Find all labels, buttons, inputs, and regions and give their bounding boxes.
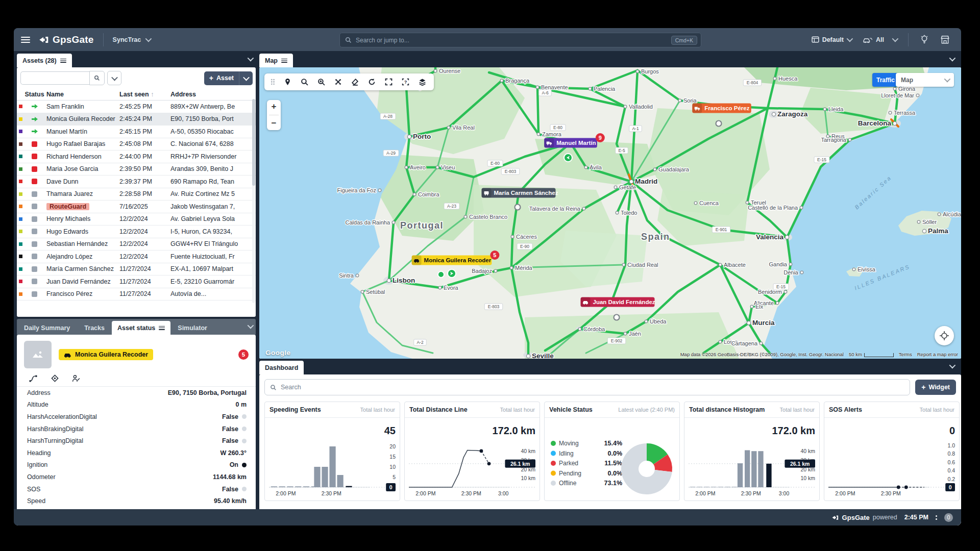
collapse-chevron-icon[interactable] [248,322,254,329]
assets-panel: + Asset Status Name Last seen ↑ Address … [17,67,256,317]
app-menu[interactable]: SyncTrac [113,36,141,43]
chevron-down-icon[interactable] [145,36,152,42]
terms-link[interactable]: Terms [899,352,912,357]
asset-row[interactable]: Francisco Pérez 11/27/2024 Autovía de... [17,288,256,301]
asset-search-options-button[interactable] [107,71,121,85]
grip-icon[interactable] [270,78,277,86]
tab-tracks[interactable]: Tracks [77,321,112,335]
tab-simulator[interactable]: Simulator [170,321,214,335]
asset-row[interactable]: Juan David Fernández 11/27/2024 E-5, 232… [17,276,256,288]
tab-asset-status[interactable]: Asset status [112,321,170,335]
global-search-input[interactable]: Search or jump to... Cmd+K [339,33,701,47]
menu-icon[interactable] [159,326,165,330]
asset-last-seen: 12/2/2024 [119,215,170,222]
map-zoom-out-button[interactable]: − [272,118,277,129]
svg-text:5: 5 [493,252,496,258]
report-map-error-link[interactable]: Report a map error [917,352,958,357]
widget-sos-alerts[interactable]: SOS AlertsTotal last hour01.00.80.60.40.… [824,402,960,501]
asset-row[interactable]: RouteGuard 7/16/2025 Jakob Westinsgatan … [17,201,256,213]
asset-name-badge[interactable]: Monica Guilera Recoder [59,349,153,360]
asset-row[interactable]: Maria Jose Garcia 2:39:50 PM Arandas 309… [17,163,256,176]
asset-row[interactable]: Henry Michaels 12/2/2024 Av. Gabriel Ley… [17,213,256,226]
map-attribution: Map data ©2026 GeoBasis-DE/BKG (©2009), … [680,352,844,357]
offline-icon [32,279,37,284]
asset-row[interactable]: Thamara Juarez 2:28:58 PM Av. Ruiz Corti… [17,188,256,201]
asset-row[interactable]: Monica Guilera Recoder 2:45:24 PM E90, 7… [17,113,256,126]
route-icon[interactable] [29,374,38,382]
svg-text:Castelló de la Plana: Castelló de la Plana [748,205,798,211]
hamburger-menu-icon[interactable] [21,37,30,43]
widget-total-distance-line[interactable]: Total Distance LineTotal last hour172.0 … [404,402,540,501]
asset-row[interactable]: María Carmen Sánchez 11/27/2024 EX-A1, 1… [17,263,256,276]
pan-icon[interactable] [334,78,342,86]
image-icon [32,349,44,360]
vehicle-filter-label: All [876,36,884,43]
map-zoom-in-button[interactable]: + [272,102,277,112]
tab-daily-summary[interactable]: Daily Summary [17,321,77,335]
pin-icon[interactable] [284,78,291,86]
asset-search-input[interactable] [20,71,89,85]
lightbulb-icon[interactable] [920,35,929,44]
gpsgate-logo-icon [831,514,839,521]
eraser-icon[interactable] [351,78,359,86]
geofence-icon[interactable] [51,374,59,382]
widget-vehicle-status[interactable]: Vehicle StatusLatest value (2:40 PM)Movi… [544,402,680,501]
asset-last-seen: 2:45:24 PM [119,115,170,122]
widget-subtitle: Total last hour [780,407,815,413]
asset-row[interactable]: Sam Franklin 2:45:25 PM 889X+2W Antwerp,… [17,101,256,113]
widget-speeding-events[interactable]: Speeding EventsTotal last hour4520151050… [264,402,400,501]
asset-row[interactable]: Alejandro López 12/2/2024 Fuente Huiztoc… [17,251,256,263]
fullscreen-icon[interactable] [385,78,393,86]
sort-asc-icon[interactable]: ↑ [151,91,154,98]
alert-count-badge[interactable]: 5 [238,349,249,360]
asset-address: A-50, 05350 Riocabac [170,128,256,135]
widget-search-input[interactable]: Search [281,384,301,391]
menu-icon[interactable] [281,59,287,63]
col-address[interactable]: Address [170,91,256,98]
collapse-chevron-icon[interactable] [248,55,254,62]
collapse-chevron-icon[interactable] [949,55,956,62]
asset-row[interactable]: Sebastian Hernández 12/2/2024 GGW4+RV El… [17,238,256,251]
widget-total-distance-histogram[interactable]: Total distance HistogramTotal last hour1… [684,402,820,501]
tab-dashboard[interactable]: Dashboard [259,361,304,374]
undo-icon[interactable] [368,78,376,86]
asset-row[interactable]: Dave Dunn 2:39:37 PM 690 Ramapo Rd, Tean [17,176,256,188]
asset-tag-color [19,242,22,246]
stopped-icon [32,154,37,159]
col-last-seen[interactable]: Last seen ↑ [119,91,170,98]
asset-row[interactable]: Manuel Martín 2:45:15 PM A-50, 05350 Rio… [17,126,256,138]
menu-icon[interactable] [60,59,66,63]
col-name[interactable]: Name [46,91,119,98]
driver-edit-icon[interactable] [72,374,80,382]
drag-dots-icon[interactable] [936,515,937,520]
recenter-button[interactable] [935,326,954,345]
zoom-in-icon[interactable] [317,78,325,86]
notification-count-badge[interactable]: 0 [944,513,953,522]
vehicle-filter-selector[interactable]: All [863,36,897,43]
collapse-chevron-icon[interactable] [949,362,956,369]
add-asset-dropdown-button[interactable] [239,71,253,85]
search-icon[interactable] [301,78,308,86]
workspace-selector[interactable]: Default [812,36,851,43]
marketplace-icon[interactable] [940,35,950,44]
map-canvas[interactable]: A-28A-29A-6A-1E-804E-80E-80E-803A-23E-5E… [259,67,961,359]
scrollbar[interactable] [252,99,255,303]
layers-icon[interactable] [419,78,426,86]
asset-photo-placeholder[interactable] [24,341,52,368]
road-shield: E-80 [550,124,566,131]
tab-map[interactable]: Map [259,54,293,67]
asset-row[interactable]: Richard Henderson 2:44:00 PM RRHJ+7P Riv… [17,151,256,163]
col-status[interactable]: Status [22,91,46,98]
tab-assets[interactable]: Assets (28) [17,54,72,67]
map-toolbar: ? [264,73,434,90]
traffic-toggle-button[interactable]: Traffic [872,73,899,87]
select-question-icon[interactable]: ? [402,78,409,86]
map-type-button[interactable]: Map [896,73,954,87]
asset-row[interactable]: Hugo Edwards 12/2/2024 I-5, Huron, CA 93… [17,226,256,238]
asset-search-button[interactable] [89,71,105,85]
add-widget-button[interactable]: + Widget [915,380,956,395]
svg-text:Barcelona: Barcelona [858,119,892,127]
add-asset-button[interactable]: + Asset [204,71,239,85]
asset-row[interactable]: Hugo Rafael Barajas 2:45:08 PM C. Nacion… [17,138,256,151]
map-panel[interactable]: A-28A-29A-6A-1E-804E-80E-80E-803A-23E-5E… [259,67,961,359]
